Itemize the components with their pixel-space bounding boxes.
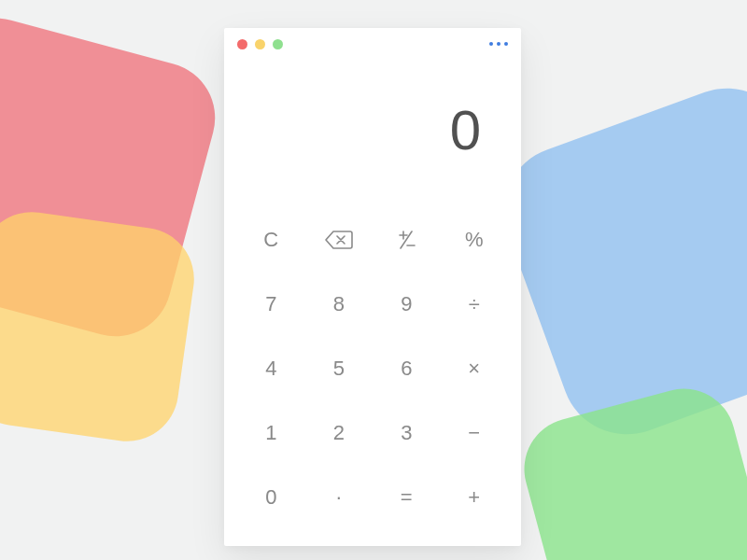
multiply-key[interactable]: × xyxy=(441,336,509,400)
seven-key[interactable]: 7 xyxy=(237,272,305,336)
backspace-key[interactable] xyxy=(305,207,374,272)
four-key[interactable]: 4 xyxy=(237,336,305,400)
decorative-blob-yellow xyxy=(0,205,201,448)
maximize-button[interactable] xyxy=(273,39,283,49)
five-key[interactable]: 5 xyxy=(305,336,374,400)
traffic-lights xyxy=(237,39,283,49)
more-dot-icon xyxy=(504,42,508,46)
divide-key[interactable]: ÷ xyxy=(441,272,509,336)
decorative-blob-blue xyxy=(486,70,747,453)
more-dot-icon xyxy=(489,42,493,46)
zero-key[interactable]: 0 xyxy=(237,466,305,530)
two-key[interactable]: 2 xyxy=(305,401,374,466)
backspace-icon xyxy=(325,231,353,249)
plus-key[interactable]: + xyxy=(441,466,509,530)
titlebar xyxy=(224,28,521,60)
minimize-button[interactable] xyxy=(255,39,265,49)
close-button[interactable] xyxy=(237,39,247,49)
one-key[interactable]: 1 xyxy=(237,401,305,466)
nine-key[interactable]: 9 xyxy=(373,272,441,336)
eight-key[interactable]: 8 xyxy=(305,272,374,336)
equals-key[interactable]: = xyxy=(373,466,441,530)
display: 0 xyxy=(224,60,521,207)
more-dot-icon xyxy=(497,42,500,46)
three-key[interactable]: 3 xyxy=(373,401,441,466)
plus-minus-key[interactable] xyxy=(373,207,441,272)
percent-key[interactable]: % xyxy=(441,207,509,272)
decorative-blob-red xyxy=(0,6,228,348)
decimal-key[interactable]: · xyxy=(305,466,374,530)
keypad: C % 7 8 9 ÷ 4 5 6 × 1 2 3 − xyxy=(224,207,521,541)
six-key[interactable]: 6 xyxy=(373,336,441,400)
clear-key[interactable]: C xyxy=(237,207,305,272)
plus-minus-icon xyxy=(396,230,416,250)
calculator-window: 0 C % 7 8 9 ÷ 4 5 6 × 1 2 xyxy=(224,28,521,546)
display-value: 0 xyxy=(450,98,482,162)
decorative-blob-green xyxy=(513,377,747,560)
minus-key[interactable]: − xyxy=(441,401,509,466)
more-button[interactable] xyxy=(489,42,508,46)
